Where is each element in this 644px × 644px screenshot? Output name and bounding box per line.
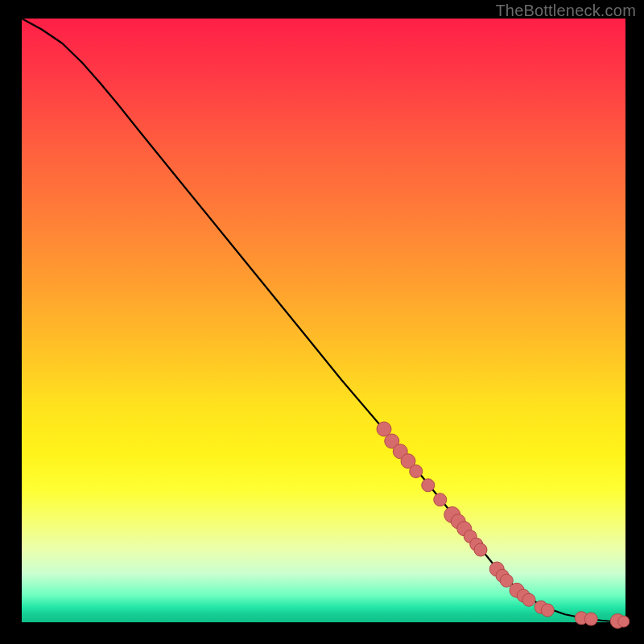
data-marker	[422, 479, 435, 492]
data-marker	[500, 574, 513, 587]
data-marker	[474, 543, 487, 556]
chart-overlay	[0, 0, 644, 644]
data-marker	[410, 465, 423, 478]
data-marker	[434, 493, 447, 506]
plot-group	[22, 19, 630, 629]
data-marker	[618, 616, 630, 627]
chart-stage: TheBottleneck.com	[0, 0, 644, 644]
curve-line	[22, 19, 625, 621]
data-marker	[584, 613, 597, 625]
data-marker	[541, 604, 554, 617]
data-marker	[522, 593, 535, 606]
watermark-text: TheBottleneck.com	[495, 2, 636, 20]
